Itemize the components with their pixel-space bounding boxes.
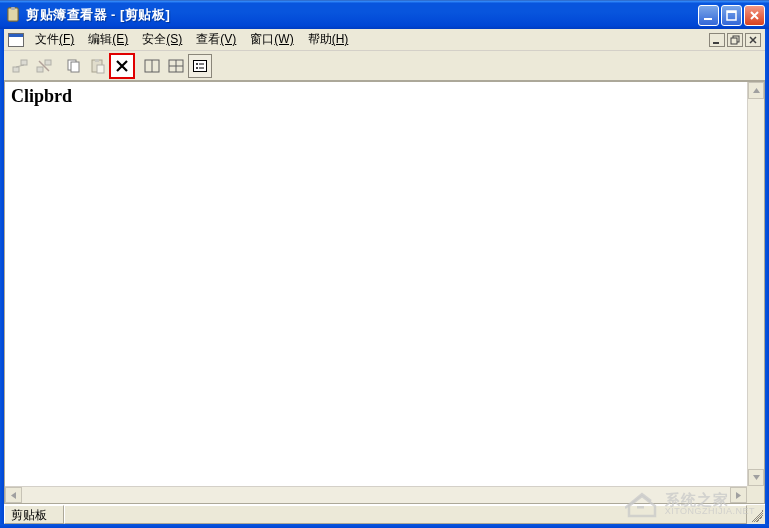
toolbar-copy-button[interactable] bbox=[62, 54, 86, 78]
close-button[interactable] bbox=[744, 5, 765, 26]
app-title: 剪贴簿查看器 - [剪贴板] bbox=[26, 6, 170, 24]
svg-rect-16 bbox=[95, 59, 99, 62]
svg-rect-9 bbox=[13, 67, 19, 72]
toolbar-tile-button[interactable] bbox=[140, 54, 164, 78]
svg-rect-14 bbox=[71, 62, 79, 72]
mdi-system-icon[interactable] bbox=[8, 33, 24, 47]
status-panel-2 bbox=[64, 505, 747, 524]
window-border bbox=[765, 29, 769, 528]
svg-rect-2 bbox=[11, 7, 15, 10]
clipboard-content: Clipbrd bbox=[5, 82, 747, 486]
scroll-up-icon[interactable] bbox=[748, 82, 764, 99]
toolbar-paste-button[interactable] bbox=[86, 54, 110, 78]
svg-rect-17 bbox=[97, 65, 104, 73]
svg-rect-6 bbox=[713, 42, 719, 44]
svg-point-25 bbox=[196, 63, 198, 65]
menu-file[interactable]: 文件(F) bbox=[28, 29, 81, 50]
svg-rect-5 bbox=[727, 11, 736, 13]
svg-rect-8 bbox=[731, 38, 737, 44]
menu-help[interactable]: 帮助(H) bbox=[301, 29, 356, 50]
menu-security[interactable]: 安全(S) bbox=[135, 29, 189, 50]
scroll-right-icon[interactable] bbox=[730, 487, 747, 503]
maximize-button[interactable] bbox=[721, 5, 742, 26]
svg-rect-12 bbox=[45, 60, 51, 65]
menu-edit[interactable]: 编辑(E) bbox=[81, 29, 135, 50]
toolbar-list-button[interactable] bbox=[188, 54, 212, 78]
svg-rect-11 bbox=[37, 67, 43, 72]
status-panel-1: 剪贴板 bbox=[4, 505, 64, 524]
scroll-corner bbox=[747, 486, 764, 503]
mdi-controls bbox=[709, 33, 763, 47]
client-area: 文件(F) 编辑(E) 安全(S) 查看(V) 窗口(W) 帮助(H) bbox=[4, 29, 765, 524]
vertical-scrollbar[interactable] bbox=[747, 82, 764, 486]
title-bar: 剪贴簿查看器 - [剪贴板] bbox=[0, 0, 769, 29]
scroll-down-icon[interactable] bbox=[748, 469, 764, 486]
svg-rect-10 bbox=[21, 60, 27, 65]
svg-point-26 bbox=[196, 67, 198, 69]
resize-grip-icon[interactable] bbox=[747, 505, 765, 524]
menu-view[interactable]: 查看(V) bbox=[189, 29, 243, 50]
svg-rect-24 bbox=[194, 61, 206, 71]
toolbar bbox=[4, 51, 765, 81]
toolbar-disconnect-button[interactable] bbox=[32, 54, 56, 78]
toolbar-connect-button[interactable] bbox=[8, 54, 32, 78]
status-bar: 剪贴板 bbox=[4, 504, 765, 524]
svg-rect-3 bbox=[704, 18, 712, 20]
content-area: Clipbrd bbox=[4, 81, 765, 504]
horizontal-scrollbar[interactable] bbox=[5, 486, 747, 503]
toolbar-cascade-button[interactable] bbox=[164, 54, 188, 78]
toolbar-delete-button[interactable] bbox=[110, 54, 134, 78]
app-icon bbox=[6, 7, 22, 23]
scroll-left-icon[interactable] bbox=[5, 487, 22, 503]
mdi-restore-button[interactable] bbox=[727, 33, 743, 47]
window-border bbox=[0, 524, 769, 528]
menu-window[interactable]: 窗口(W) bbox=[243, 29, 300, 50]
menu-bar: 文件(F) 编辑(E) 安全(S) 查看(V) 窗口(W) 帮助(H) bbox=[4, 29, 765, 51]
mdi-close-button[interactable] bbox=[745, 33, 761, 47]
mdi-minimize-button[interactable] bbox=[709, 33, 725, 47]
minimize-button[interactable] bbox=[698, 5, 719, 26]
